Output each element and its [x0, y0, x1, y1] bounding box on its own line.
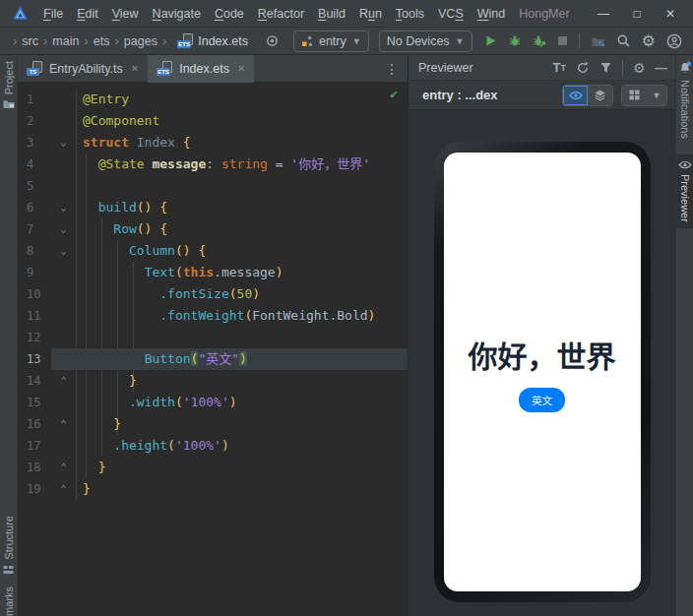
debug-button[interactable]	[508, 34, 522, 48]
close-button[interactable]: ✕	[654, 3, 687, 25]
preview-button[interactable]: 英文	[519, 388, 565, 412]
menu-refactor[interactable]: Refactor	[251, 4, 311, 24]
intention-bulb-icon[interactable]	[80, 353, 91, 364]
fold-marker[interactable]	[51, 262, 77, 283]
fold-marker[interactable]	[51, 305, 77, 327]
fold-marker[interactable]: ⌄	[51, 240, 77, 262]
menu-tools[interactable]: Tools	[389, 4, 431, 24]
code-text[interactable]: .fontSize(50)	[77, 283, 408, 305]
editor-tab-entryability.ts[interactable]: TSEntryAbility.ts✕	[18, 55, 148, 83]
code-line-1[interactable]: 1@Entry	[18, 89, 408, 110]
text-size-icon[interactable]: TT	[552, 60, 565, 75]
fold-marker[interactable]: ⌃	[51, 457, 77, 478]
fold-marker[interactable]	[51, 175, 77, 197]
code-line-16[interactable]: 16⌃ }	[18, 413, 408, 435]
breadcrumb-file[interactable]: Index.ets	[198, 34, 248, 48]
sidebar-item-structure[interactable]: Structure	[0, 510, 17, 581]
fold-marker[interactable]: ⌄	[51, 218, 77, 240]
code-text[interactable]	[77, 175, 408, 197]
fold-marker[interactable]: ⌃	[51, 370, 77, 392]
breadcrumb-item[interactable]: src	[22, 34, 38, 48]
account-icon[interactable]	[666, 33, 682, 49]
menu-code[interactable]: Code	[208, 4, 251, 24]
code-text[interactable]: }	[77, 413, 408, 435]
module-selector[interactable]: entry ▼	[293, 31, 369, 52]
code-text[interactable]: }	[77, 370, 408, 392]
code-text[interactable]: .width('100%')	[77, 392, 408, 413]
profile-button[interactable]	[533, 34, 546, 48]
fold-marker[interactable]	[51, 392, 77, 413]
filter-icon[interactable]	[599, 61, 612, 74]
run-button[interactable]	[484, 34, 497, 47]
device-selector[interactable]: No Devices ▼	[379, 31, 472, 52]
search-icon[interactable]	[616, 33, 631, 48]
inspect-eye-button[interactable]	[563, 86, 588, 105]
code-line-5[interactable]: 5	[18, 175, 408, 197]
minimize-button[interactable]: —	[587, 3, 620, 25]
fold-marker[interactable]	[51, 89, 77, 110]
code-line-8[interactable]: 8⌄ Column() {	[18, 240, 408, 262]
menu-file[interactable]: File	[36, 4, 70, 24]
menu-build[interactable]: Build	[311, 4, 352, 24]
code-line-15[interactable]: 15 .width('100%')	[18, 392, 408, 413]
code-line-12[interactable]: 12	[18, 327, 408, 348]
breadcrumb-item[interactable]: pages	[124, 34, 158, 48]
code-editor[interactable]: 1@Entry2@Component3⌄struct Index {4 @Sta…	[18, 83, 408, 616]
tab-options-icon[interactable]: ⋮	[377, 61, 408, 77]
fold-marker[interactable]	[51, 327, 77, 348]
code-text[interactable]	[77, 327, 408, 348]
code-line-6[interactable]: 6⌄ build() {	[18, 197, 408, 218]
menu-navigate[interactable]: Navigate	[146, 4, 208, 24]
code-line-4[interactable]: 4 @State message: string = '你好，世界'	[18, 154, 408, 175]
breadcrumb-item[interactable]: ets	[94, 34, 110, 48]
device-manager-icon[interactable]	[591, 34, 605, 48]
code-line-18[interactable]: 18⌃ }	[18, 457, 408, 478]
sidebar-item-bookmarks[interactable]: marks	[0, 581, 17, 616]
sidebar-item-project[interactable]: Project	[0, 55, 17, 115]
code-text[interactable]: Text(this.message)	[77, 262, 408, 283]
fold-marker[interactable]	[51, 154, 77, 175]
close-tab-icon[interactable]: ✕	[131, 63, 139, 74]
code-line-10[interactable]: 10 .fontSize(50)	[18, 283, 408, 305]
fold-marker[interactable]: ⌃	[51, 413, 77, 435]
code-line-2[interactable]: 2@Component	[18, 110, 408, 132]
sidebar-item-notifications[interactable]: Notifications	[676, 55, 693, 145]
code-text[interactable]: Column() {	[77, 240, 408, 262]
breadcrumb-item[interactable]: main	[52, 34, 79, 48]
fold-marker[interactable]: ⌄	[51, 197, 77, 218]
code-text[interactable]: struct Index {	[77, 132, 408, 154]
close-tab-icon[interactable]: ✕	[237, 63, 245, 74]
menu-view[interactable]: View	[105, 4, 146, 24]
code-line-7[interactable]: 7⌄ Row() {	[18, 218, 408, 240]
code-line-13[interactable]: 13 Button("英文")	[18, 348, 408, 370]
code-line-9[interactable]: 9 Text(this.message)	[18, 262, 408, 283]
menu-hongmer[interactable]: HongMer	[512, 4, 576, 24]
code-line-11[interactable]: 11 .fontWeight(FontWeight.Bold)	[18, 305, 408, 327]
code-text[interactable]: }	[77, 457, 408, 478]
code-line-19[interactable]: 19⌃}	[18, 478, 408, 500]
settings-gear-icon[interactable]: ⚙	[642, 33, 656, 49]
component-dropdown[interactable]: ▼	[621, 85, 667, 106]
code-text[interactable]: build() {	[77, 197, 408, 218]
menu-wind[interactable]: Wind	[471, 4, 513, 24]
previewer-settings-icon[interactable]: ⚙	[633, 61, 646, 75]
menu-vcs[interactable]: VCS	[431, 4, 471, 24]
code-text[interactable]: @Entry	[77, 89, 408, 110]
refresh-icon[interactable]	[576, 61, 590, 75]
code-text[interactable]: @State message: string = '你好，世界'	[77, 154, 408, 175]
fold-marker[interactable]	[51, 348, 77, 370]
code-line-3[interactable]: 3⌄struct Index {	[18, 132, 408, 154]
code-text[interactable]: @Component	[77, 110, 408, 132]
code-text[interactable]: .fontWeight(FontWeight.Bold)	[77, 305, 408, 327]
hide-panel-icon[interactable]: —	[656, 61, 668, 75]
code-line-14[interactable]: 14⌃ }	[18, 370, 408, 392]
code-text[interactable]: Row() {	[77, 218, 408, 240]
code-text[interactable]: .height('100%')	[77, 435, 408, 457]
fold-marker[interactable]: ⌃	[51, 478, 77, 500]
menu-edit[interactable]: Edit	[70, 4, 105, 24]
fold-marker[interactable]	[51, 283, 77, 305]
editor-tab-index.ets[interactable]: ETSIndex.ets✕	[148, 55, 254, 83]
stop-button[interactable]	[557, 35, 568, 46]
fold-marker[interactable]	[51, 435, 77, 457]
locate-icon[interactable]	[262, 31, 284, 52]
